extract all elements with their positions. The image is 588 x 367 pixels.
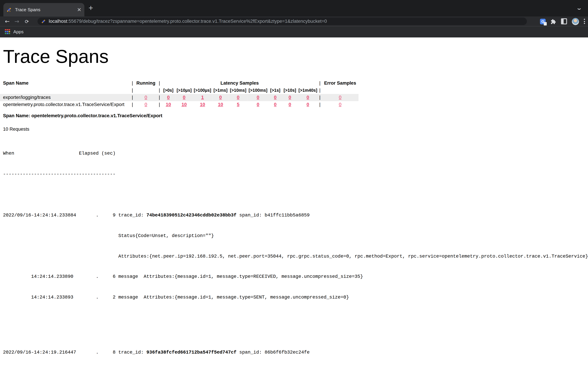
latency-bucket-link[interactable]: 0 <box>219 95 222 100</box>
column-separator: | <box>318 87 322 94</box>
column-separator: | <box>130 94 134 101</box>
table-row: exporter/logging/traces | 0 | 0 0 1 0 0 … <box>0 94 358 101</box>
column-separator: | <box>157 80 161 87</box>
column-separator: | <box>130 87 134 94</box>
trace-id-value: 936fa38fcfed661712ba547f5ed747cf <box>147 350 236 355</box>
requests-count: 10 Requests <box>3 126 588 132</box>
latency-bucket-link[interactable]: 5 <box>237 102 239 107</box>
bucket-label: [>100µs] <box>193 87 212 94</box>
request-status-line: Status{Code=Unset, description=""} <box>3 233 588 239</box>
latency-bucket-link[interactable]: 0 <box>274 95 277 100</box>
apps-grid-icon <box>5 29 10 34</box>
span-name-cell: exporter/logging/traces <box>0 94 130 101</box>
bucket-label: [>10s] <box>282 87 298 94</box>
bucket-header-row: | | [>0s] [>10µs] [>100µs] [>1ms] [>10ms… <box>0 87 358 94</box>
error-count-link[interactable]: 0 <box>339 102 341 107</box>
tab-title: Trace Spans <box>15 7 75 12</box>
extensions-puzzle-icon[interactable] <box>551 18 556 24</box>
col-header-latency: Latency Samples <box>161 80 318 87</box>
url-favicon-telescope-icon <box>41 19 46 24</box>
latency-bucket-link[interactable]: 0 <box>167 95 170 100</box>
latency-bucket-link[interactable]: 10 <box>182 102 187 107</box>
url-bar[interactable]: localhost:55679/debug/tracez?zspanname=o… <box>37 18 527 25</box>
request-when-elapsed: 2022/09/16-14:24:19.216447 . 8 trace_id: <box>3 350 147 355</box>
tab-close-icon[interactable]: ✕ <box>77 7 81 12</box>
request-message-sent-line: 14:24:14.233893 . 2 message Attributes:{… <box>3 294 588 301</box>
latency-bucket-link[interactable]: 0 <box>307 95 309 100</box>
new-tab-button[interactable]: + <box>88 4 93 12</box>
request-block: 2022/09/16-14:24:19.216447 . 8 trace_id:… <box>3 335 588 367</box>
span-name-cell: opentelemetry.proto.collector.trace.v1.T… <box>0 101 130 108</box>
request-when-elapsed: 2022/09/16-14:24:14.233884 . 9 trace_id: <box>3 213 147 218</box>
page-title: Trace Spans <box>3 47 588 67</box>
col-header-errors: Error Samples <box>322 80 358 87</box>
span-summary-table: Span Name | Running | Latency Samples | … <box>0 80 358 108</box>
profile-avatar[interactable] <box>572 18 579 25</box>
back-button[interactable]: ← <box>5 18 10 24</box>
menu-kebab-icon[interactable] <box>584 19 585 24</box>
bucket-label: [>1ms] <box>212 87 229 94</box>
page-content: Trace Spans Span Name | Running | Latenc… <box>0 37 588 367</box>
table-header-row: Span Name | Running | Latency Samples | … <box>0 80 358 87</box>
column-separator: | <box>318 94 322 101</box>
error-count-link[interactable]: 0 <box>339 95 341 100</box>
latency-bucket-link[interactable]: 0 <box>257 102 259 107</box>
latency-bucket-link[interactable]: 0 <box>274 102 277 107</box>
bucket-label: [>0s] <box>161 87 176 94</box>
bucket-label: [>10ms] <box>229 87 247 94</box>
column-separator: | <box>130 101 134 108</box>
column-separator: | <box>157 101 161 108</box>
latency-bucket-link[interactable]: 1 <box>201 95 204 100</box>
column-separator: | <box>130 80 134 87</box>
bookmark-apps[interactable]: Apps <box>13 29 24 34</box>
request-list: When Elapsed (sec) ---------------------… <box>3 136 588 367</box>
list-divider: ---------------------------------------- <box>3 171 588 178</box>
request-attributes-line: Attributes:{net.peer.ip=192.168.192.5, n… <box>3 253 588 260</box>
bucket-label: [>1m40s] <box>298 87 318 94</box>
latency-bucket-link[interactable]: 0 <box>289 95 291 100</box>
url-host: localhost <box>49 19 67 24</box>
running-count-link[interactable]: 0 <box>145 102 147 107</box>
list-header: When Elapsed (sec) <box>3 150 588 157</box>
reload-button[interactable]: ⟳ <box>25 18 29 24</box>
col-header-span-name: Span Name <box>0 80 130 87</box>
column-separator: | <box>318 80 322 87</box>
translate-icon[interactable]: G <box>540 18 546 24</box>
url-path: :55679/debug/tracez?zspanname=openteleme… <box>67 19 327 24</box>
latency-bucket-link[interactable]: 0 <box>289 102 291 107</box>
latency-bucket-link[interactable]: 0 <box>257 95 259 100</box>
latency-bucket-link[interactable]: 0 <box>237 95 239 100</box>
bucket-label: [>10µs] <box>176 87 193 94</box>
browser-tab[interactable]: Trace Spans ✕ <box>3 3 84 17</box>
toolbar-icons: G <box>540 17 585 26</box>
selected-span-name-line: Span Name: opentelemetry.proto.collector… <box>3 113 588 118</box>
latency-bucket-link[interactable]: 0 <box>307 102 309 107</box>
browser-window: Trace Spans ✕ + ⌄ ← → ⟳ localhost:55679/… <box>0 0 588 367</box>
url-text: localhost:55679/debug/tracez?zspanname=o… <box>49 19 327 24</box>
table-row: opentelemetry.proto.collector.trace.v1.T… <box>0 101 358 108</box>
latency-bucket-link[interactable]: 0 <box>183 95 185 100</box>
bucket-label: [>1s] <box>268 87 282 94</box>
column-separator: | <box>318 101 322 108</box>
request-block: 2022/09/16-14:24:14.233884 . 9 trace_id:… <box>3 198 588 315</box>
col-header-running: Running <box>134 80 157 87</box>
side-panel-icon[interactable] <box>561 18 567 24</box>
request-message-received-line: 14:24:14.233890 . 6 message Attributes:{… <box>3 274 588 280</box>
trace-id-value: 74be418390512c42346cddb02e38bb3f <box>147 213 236 218</box>
request-main-line: 2022/09/16-14:24:19.216447 . 8 trace_id:… <box>3 349 588 356</box>
bookmarks-bar: Apps <box>0 26 588 37</box>
span-id-value: span_id: b41ffc11bb5a6859 <box>236 213 310 218</box>
chevron-down-icon[interactable]: ⌄ <box>576 5 582 11</box>
request-main-line: 2022/09/16-14:24:14.233884 . 9 trace_id:… <box>3 212 588 219</box>
latency-bucket-link[interactable]: 10 <box>218 102 223 107</box>
latency-bucket-link[interactable]: 10 <box>166 102 171 107</box>
browser-toolbar: ← → ⟳ localhost:55679/debug/tracez?zspan… <box>0 17 588 26</box>
tab-favicon-telescope-icon <box>6 7 12 12</box>
running-count-link[interactable]: 0 <box>145 95 147 100</box>
column-separator: | <box>157 87 161 94</box>
forward-button[interactable]: → <box>15 18 19 24</box>
span-id-value: span_id: 86b6f6fb32ec24fe <box>236 350 310 355</box>
tab-strip: Trace Spans ✕ + ⌄ <box>0 0 588 17</box>
bucket-label: [>100ms] <box>248 87 268 94</box>
latency-bucket-link[interactable]: 10 <box>200 102 205 107</box>
